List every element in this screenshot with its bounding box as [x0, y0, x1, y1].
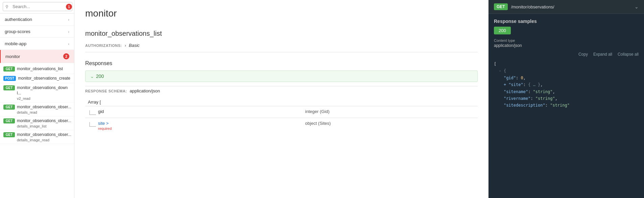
right-panel: GET /monitor/observations/ ⌄ Response sa…	[488, 0, 644, 198]
sidebar-item-mobile-app[interactable]: mobile-app ›	[0, 38, 74, 50]
field-name-site[interactable]: site >	[98, 121, 109, 126]
json-line: - {	[494, 67, 639, 74]
endpoint-item-5[interactable]: GET monitor_observations_obser... detail…	[0, 130, 74, 144]
schema-table: gid integer (Gid) site > required	[85, 106, 478, 133]
table-row: site > required object (Sites)	[85, 118, 478, 134]
method-get-badge: GET	[3, 105, 15, 110]
search-icon: ⚲	[5, 4, 8, 9]
schema-label: RESPONSE SCHEMA:	[85, 89, 127, 93]
indent-line	[89, 122, 96, 127]
method-get-dark-badge: GET	[494, 3, 508, 10]
search-badge: 1	[66, 4, 72, 10]
method-get-badge: GET	[3, 118, 15, 123]
search-input[interactable]	[3, 2, 72, 11]
content-type-value: application/json	[488, 43, 644, 51]
sidebar: ⚲ 1 authentication › group-scores › mobi…	[0, 0, 74, 198]
auth-value: Basic	[129, 43, 140, 48]
endpoint-item-2[interactable]: GET monitor_observations_downl... v2_rea…	[0, 83, 74, 103]
auth-arrow-icon[interactable]: ›	[125, 43, 126, 48]
response-code: 200	[96, 74, 104, 79]
copy-button[interactable]: Copy	[578, 52, 588, 57]
chevron-down-icon: ⌄	[90, 74, 94, 79]
json-line: "sitename": "string",	[494, 88, 639, 95]
method-get-badge: GET	[3, 85, 15, 90]
response-200-row[interactable]: ⌄ 200	[85, 70, 478, 82]
indent-line	[89, 110, 96, 115]
response-samples-title: Response samples	[488, 14, 644, 27]
schema-field-site: site > required	[89, 121, 297, 131]
monitor-badge: 2	[63, 53, 69, 59]
json-line: "gid": 0,	[494, 75, 639, 81]
page-title: monitor	[85, 8, 478, 19]
sidebar-item-group-scores[interactable]: group-scores ›	[0, 26, 74, 38]
field-required-label: required	[98, 126, 112, 131]
sample-tab-200[interactable]: 200	[494, 27, 511, 34]
field-type-site: object (Sites)	[305, 121, 331, 126]
endpoint-name: monitor_observations_list	[17, 66, 63, 72]
content-type-label: Content type	[488, 37, 644, 43]
method-post-badge: POST	[3, 76, 16, 81]
collapse-all-button[interactable]: Collapse all	[618, 52, 639, 57]
response-schema-row: RESPONSE SCHEMA: application/json	[85, 86, 478, 97]
json-line: [	[494, 61, 639, 67]
endpoint-list: GET monitor_observations_list POST monit…	[0, 63, 74, 145]
sidebar-item-label: mobile-app	[5, 41, 26, 46]
array-label: Array [	[85, 100, 478, 105]
endpoint-sub: details_read	[17, 110, 71, 114]
sidebar-item-label: group-scores	[5, 29, 30, 34]
json-line: + "site": { … },	[494, 81, 639, 88]
endpoint-item-4[interactable]: GET monitor_observations_obser... detail…	[0, 116, 74, 130]
json-line: "rivername": "string",	[494, 95, 639, 102]
sidebar-item-label: monitor	[5, 54, 20, 59]
endpoint-path: /monitor/observations/	[511, 4, 635, 9]
endpoint-sub: details_image_list	[17, 124, 71, 128]
endpoint-name: monitor_observations_obser...	[17, 132, 71, 138]
right-panel-header: GET /monitor/observations/ ⌄	[488, 0, 644, 14]
sidebar-item-authentication[interactable]: authentication ›	[0, 13, 74, 26]
expand-all-button[interactable]: Expand all	[593, 52, 612, 57]
main-content: monitor monitor_observations_list AUTHOR…	[74, 0, 488, 198]
auth-label: AUTHORIZATIONS:	[85, 44, 122, 48]
chevron-right-icon: ›	[68, 30, 69, 34]
endpoint-section-title: monitor_observations_list	[85, 30, 478, 37]
field-name-gid: gid	[98, 109, 104, 114]
method-get-badge: GET	[3, 132, 15, 137]
responses-title: Responses	[85, 60, 478, 66]
json-block: [ - { "gid": 0, + "site": { … }, "sitena…	[488, 58, 644, 114]
sidebar-item-label: authentication	[5, 17, 32, 22]
endpoint-sub: details_image_read	[17, 138, 71, 142]
search-bar: ⚲ 1	[0, 0, 74, 13]
code-actions: Copy Expand all Collapse all	[488, 51, 644, 58]
expand-icon[interactable]: ⌄	[635, 4, 639, 9]
endpoint-item-3[interactable]: GET monitor_observations_obser... detail…	[0, 103, 74, 116]
schema-field-gid: gid	[89, 109, 297, 115]
schema-value: application/json	[130, 88, 160, 93]
authorizations-row: AUTHORIZATIONS: › Basic	[85, 43, 478, 52]
responses-section: Responses ⌄ 200 RESPONSE SCHEMA: applica…	[85, 60, 478, 133]
endpoint-name: monitor_observations_create	[18, 76, 70, 81]
endpoint-item-0[interactable]: GET monitor_observations_list	[0, 64, 74, 74]
endpoint-name: monitor_observations_obser...	[17, 118, 71, 124]
endpoint-item-1[interactable]: POST monitor_observations_create	[0, 74, 74, 83]
json-line: "sitedescription": "string"	[494, 102, 639, 109]
endpoint-name: monitor_observations_downl...	[17, 85, 71, 96]
sidebar-item-monitor[interactable]: monitor 2	[0, 50, 74, 63]
endpoint-name: monitor_observations_obser...	[17, 104, 71, 110]
endpoint-sub: v2_read	[17, 96, 71, 101]
chevron-right-icon: ›	[68, 42, 69, 46]
chevron-right-icon: ›	[68, 18, 69, 22]
table-row: gid integer (Gid)	[85, 106, 478, 118]
field-type-gid: integer (Gid)	[305, 109, 330, 114]
method-get-badge: GET	[3, 66, 15, 72]
